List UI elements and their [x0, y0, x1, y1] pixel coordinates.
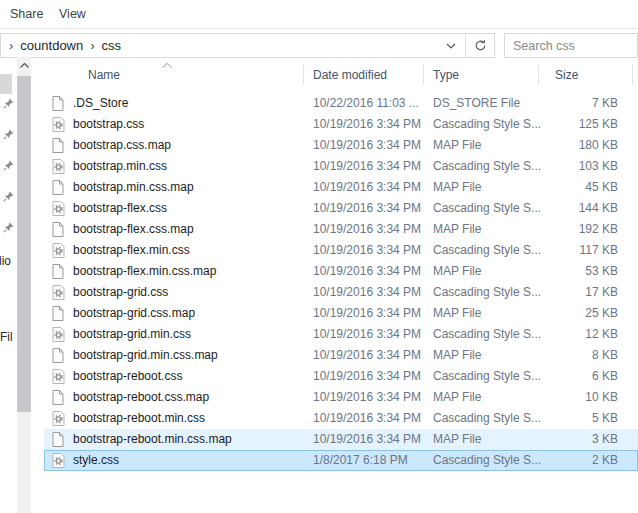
file-name: bootstrap-grid.css [73, 282, 168, 303]
table-row[interactable]: bootstrap-flex.css 10/19/2016 3:34 PM Ca… [44, 198, 638, 219]
file-size: 144 KB [533, 198, 618, 219]
table-row[interactable]: bootstrap-grid.min.css.map 10/19/2016 3:… [44, 345, 638, 366]
file-name: bootstrap-reboot.min.css.map [73, 429, 232, 450]
file-type: MAP File [433, 135, 481, 156]
file-date-modified: 10/19/2016 3:34 PM [313, 282, 421, 303]
table-row[interactable]: bootstrap-reboot.min.css.map 10/19/2016 … [44, 429, 638, 450]
table-row[interactable]: bootstrap-grid.css 10/19/2016 3:34 PM Ca… [44, 282, 638, 303]
table-row[interactable]: bootstrap-flex.min.css.map 10/19/2016 3:… [44, 261, 638, 282]
file-icon [52, 390, 66, 405]
file-date-modified: 1/8/2017 6:18 PM [313, 450, 408, 471]
breadcrumb-separator-icon: › [83, 38, 101, 53]
table-row[interactable]: bootstrap.css 10/19/2016 3:34 PM Cascadi… [44, 114, 638, 135]
file-name: bootstrap-flex.min.css [73, 240, 190, 261]
file-type: MAP File [433, 261, 481, 282]
file-date-modified: 10/19/2016 3:34 PM [313, 429, 421, 450]
ribbon-tab-share[interactable]: Share [10, 7, 43, 21]
file-date-modified: 10/19/2016 3:34 PM [313, 408, 421, 429]
file-size: 8 KB [533, 345, 618, 366]
file-type: Cascading Style S... [433, 366, 541, 387]
column-separator[interactable] [303, 65, 304, 85]
address-dropdown-button[interactable] [437, 34, 465, 57]
pin-icon[interactable] [3, 191, 14, 202]
pin-icon[interactable] [3, 129, 14, 140]
file-type: Cascading Style S... [433, 450, 541, 471]
file-date-modified: 10/19/2016 3:34 PM [313, 135, 421, 156]
file-name: bootstrap-reboot.min.css [73, 408, 205, 429]
table-row[interactable]: style.css 1/8/2017 6:18 PM Cascading Sty… [44, 450, 638, 471]
file-name: bootstrap.css.map [73, 135, 171, 156]
file-size: 6 KB [533, 366, 618, 387]
gear-icon [52, 327, 66, 342]
file-icon [52, 180, 66, 195]
refresh-button[interactable] [466, 34, 494, 57]
file-size: 10 KB [533, 387, 618, 408]
table-row[interactable]: .DS_Store 10/22/2016 11:03 ... DS_STORE … [44, 93, 638, 114]
gear-icon [52, 453, 66, 468]
gear-icon [52, 159, 66, 174]
table-row[interactable]: bootstrap-grid.min.css 10/19/2016 3:34 P… [44, 324, 638, 345]
refresh-icon [474, 39, 487, 52]
file-name: bootstrap-grid.min.css [73, 324, 191, 345]
breadcrumb-item-countdown[interactable]: countdown [20, 38, 83, 53]
chevron-up-icon [20, 63, 29, 68]
table-row[interactable]: bootstrap-grid.css.map 10/19/2016 3:34 P… [44, 303, 638, 324]
file-type: MAP File [433, 219, 481, 240]
file-date-modified: 10/19/2016 3:34 PM [313, 261, 421, 282]
chevron-down-icon [446, 43, 456, 49]
pin-icon[interactable] [3, 160, 14, 171]
file-size: 25 KB [533, 303, 618, 324]
file-name: bootstrap-flex.min.css.map [73, 261, 216, 282]
pin-icon[interactable] [3, 98, 14, 109]
file-icon [52, 264, 66, 279]
nav-item-label-clipped[interactable]: dio [0, 254, 11, 268]
column-header-size[interactable]: Size [555, 62, 578, 88]
file-type: Cascading Style S... [433, 282, 541, 303]
file-date-modified: 10/19/2016 3:34 PM [313, 177, 421, 198]
file-size: 192 KB [533, 219, 618, 240]
gear-icon [52, 369, 66, 384]
table-row[interactable]: bootstrap.min.css.map 10/19/2016 3:34 PM… [44, 177, 638, 198]
file-size: 117 KB [533, 240, 618, 261]
column-separator[interactable] [423, 65, 424, 85]
table-row[interactable]: bootstrap.css.map 10/19/2016 3:34 PM MAP… [44, 135, 638, 156]
file-name: bootstrap.min.css.map [73, 177, 194, 198]
column-header-date-modified[interactable]: Date modified [313, 62, 387, 88]
search-input[interactable] [504, 33, 638, 58]
breadcrumb-item-css[interactable]: css [102, 38, 122, 53]
nav-item-label-clipped[interactable]: Fil [0, 330, 13, 344]
column-header-type[interactable]: Type [433, 62, 459, 88]
column-separator[interactable] [632, 65, 633, 85]
file-date-modified: 10/19/2016 3:34 PM [313, 114, 421, 135]
pin-icon[interactable] [3, 222, 14, 233]
address-bar[interactable]: › countdown › css [0, 33, 495, 58]
ribbon: Share View [0, 0, 638, 29]
table-row[interactable]: bootstrap-flex.css.map 10/19/2016 3:34 P… [44, 219, 638, 240]
table-row[interactable]: bootstrap-reboot.css.map 10/19/2016 3:34… [44, 387, 638, 408]
search-box [504, 33, 638, 58]
column-header-name[interactable]: Name [88, 62, 120, 88]
gear-icon [52, 201, 66, 216]
table-row[interactable]: bootstrap-reboot.min.css 10/19/2016 3:34… [44, 408, 638, 429]
file-icon [52, 138, 66, 153]
file-size: 7 KB [533, 93, 618, 114]
list-header: Name Date modified Type Size [44, 62, 638, 88]
file-date-modified: 10/19/2016 3:34 PM [313, 219, 421, 240]
ribbon-tab-view[interactable]: View [59, 7, 86, 21]
file-size: 103 KB [533, 156, 618, 177]
scrollbar-up-button[interactable] [17, 57, 31, 74]
file-size: 3 KB [533, 429, 618, 450]
file-type: Cascading Style S... [433, 156, 541, 177]
file-date-modified: 10/19/2016 3:34 PM [313, 303, 421, 324]
file-icon [52, 222, 66, 237]
file-icon [52, 432, 66, 447]
scrollbar-thumb[interactable] [17, 76, 31, 412]
vertical-scrollbar[interactable] [17, 57, 31, 513]
file-name: bootstrap-flex.css [73, 198, 167, 219]
table-row[interactable]: bootstrap.min.css 10/19/2016 3:34 PM Cas… [44, 156, 638, 177]
table-row[interactable]: bootstrap-flex.min.css 10/19/2016 3:34 P… [44, 240, 638, 261]
gear-icon [52, 117, 66, 132]
table-row[interactable]: bootstrap-reboot.css 10/19/2016 3:34 PM … [44, 366, 638, 387]
column-separator[interactable] [538, 65, 539, 85]
file-size: 5 KB [533, 408, 618, 429]
